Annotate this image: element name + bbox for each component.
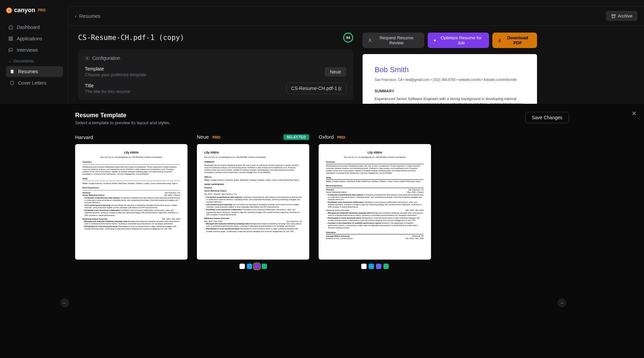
brand-tier: PRO (38, 8, 46, 12)
modal-subtitle: Select a template to preview its layout … (75, 120, 170, 125)
template-oxford[interactable]: Oxford PRO Lily Aldrin New York City, NY… (319, 133, 431, 269)
sample-summary-h: Summary (326, 161, 424, 164)
sample-skills-h: Skills (83, 178, 180, 180)
arrow-left-icon: ← (62, 300, 67, 306)
archive-icon (611, 14, 616, 18)
config-header-label: Configuration (92, 55, 120, 61)
sample-summary: Multifaceted and innovative Marketing An… (83, 166, 180, 176)
archive-button[interactable]: Archive (606, 11, 637, 21)
preview-contact: San Francisco, CA • test@gmail.com • (20… (375, 77, 525, 82)
arrow-right-icon: → (559, 300, 564, 306)
nav-interviews[interactable]: Interviews (5, 45, 63, 55)
swatch-white[interactable] (239, 264, 245, 269)
pro-badge: PRO (337, 135, 345, 139)
title-input[interactable] (286, 83, 346, 94)
template-name: Oxford (319, 134, 334, 140)
sample-skills-h: Skills (326, 177, 424, 180)
sample-edu-h: Education (326, 231, 424, 235)
pro-badge: PRO (212, 135, 220, 139)
button-label: Request Resume Review (374, 35, 419, 45)
archive-label: Archive (618, 13, 632, 18)
configuration-card: Configuration Template Choose your prefe… (78, 49, 353, 100)
modal-title: Resume Template (75, 112, 170, 119)
svg-point-7 (87, 57, 88, 59)
document-icon (9, 80, 15, 86)
nav-dashboard[interactable]: Dashboard (5, 22, 63, 33)
template-name: Harvard (75, 134, 93, 140)
swatch-white[interactable] (361, 264, 367, 269)
template-harvard[interactable]: Harvard Lily Aldrin New York City, NY • … (75, 133, 187, 260)
template-preview-harvard: Lily Aldrin New York City, NY • lily.ald… (75, 144, 187, 260)
title-sublabel: The title for this resume (85, 89, 130, 94)
logo-icon (6, 7, 12, 13)
swatch-green[interactable] (262, 264, 267, 269)
nav-item-label: Interviews (17, 47, 38, 53)
template-label: Template (85, 66, 147, 72)
close-icon[interactable]: ✕ (632, 110, 637, 117)
sample-work-h: Work Experience (83, 187, 180, 189)
preview-name: Bob Smith (375, 64, 525, 75)
sparkle-icon: ✦ (433, 38, 437, 43)
swatch-indigo[interactable] (376, 264, 381, 269)
sample-work-h: WORK EXPERIENCE (204, 183, 302, 186)
sample-tools: Tools: Google Analytics, HootSuite, Buff… (83, 182, 180, 185)
color-swatches-neue (197, 264, 309, 269)
swatch-purple[interactable] (254, 264, 260, 269)
nav-section-label: Documents (13, 59, 34, 63)
template-modal: ✕ Resume Template Select a template to p… (0, 104, 644, 358)
sample-skills-h: SKILLS (204, 176, 302, 179)
sample-contact: New York City, NY • lily.aldrin@gmail.co… (83, 156, 180, 159)
sample-job-dates: Apr, 2022 - Present, San Francisco, CA (204, 193, 302, 195)
button-label: Download PDF (504, 35, 532, 45)
carousel-prev[interactable]: ← (60, 299, 69, 307)
chevron-left-icon: ‹ (75, 13, 76, 19)
sample-work-h: Work Experience (326, 185, 424, 188)
svg-rect-1 (11, 37, 12, 38)
request-review-button[interactable]: Request Resume Review (363, 33, 424, 48)
nav-item-label: Applications (17, 36, 42, 41)
template-neue[interactable]: Neue PRO SELECTED Lily Aldrin New York C… (197, 133, 309, 269)
user-icon (368, 38, 372, 42)
template-selector[interactable]: Neue (325, 67, 346, 77)
sample-summary-h: Summary (83, 161, 180, 164)
svg-rect-5 (11, 81, 13, 85)
nav-applications[interactable]: Applications (5, 33, 63, 44)
nav-cover-letters[interactable]: Cover Letters (6, 78, 63, 88)
sample-tools: Tools: Google Analytics, HootSuite, Buff… (326, 180, 424, 183)
breadcrumb[interactable]: ‹ Resumes (75, 13, 100, 19)
swatch-blue[interactable] (369, 264, 374, 269)
svg-point-8 (369, 39, 371, 40)
config-header: Configuration (85, 55, 346, 61)
topbar: ‹ Resumes Archive (68, 6, 644, 26)
optimize-button[interactable]: ✦ Optimize Resume for Job (428, 33, 489, 48)
brand-logo: canyon PRO (5, 7, 63, 14)
gear-icon (85, 56, 90, 60)
download-pdf-button[interactable]: Download PDF (492, 33, 537, 48)
nav-resumes[interactable]: Resumes (6, 66, 63, 77)
sample-contact: New York City, NY • lily.aldrin@gmail.co… (204, 156, 302, 159)
swatch-green[interactable] (383, 264, 389, 269)
svg-rect-3 (11, 39, 12, 40)
template-preview-neue: Lily Aldrin New York City, NY • lily.ald… (197, 144, 309, 260)
breadcrumb-label: Resumes (79, 13, 100, 19)
swatch-blue[interactable] (247, 264, 252, 269)
nav-section-documents[interactable]: ⌄ Documents (5, 56, 63, 66)
download-icon (498, 38, 502, 42)
sample-contact: New York City, NY • lily.aldrin@gmail.co… (326, 156, 424, 159)
sample-name: Lily Aldrin (326, 151, 424, 155)
nav-item-label: Resumes (18, 69, 38, 74)
preview-summary-heading: SUMMARY (375, 88, 525, 94)
carousel-next[interactable]: → (557, 299, 566, 307)
nav-item-label: Dashboard (17, 25, 40, 30)
home-icon (8, 25, 13, 30)
document-title: CS-Resume-CH.pdf-1 (copy) (78, 34, 184, 42)
svg-rect-0 (9, 37, 10, 38)
sample-summary: Multifaceted and innovative Marketing An… (204, 164, 302, 174)
sample-summary: Multifaceted and innovative Marketing An… (326, 165, 424, 175)
template-preview-oxford: Lily Aldrin New York City, NY • lily.ald… (319, 144, 431, 260)
save-changes-button[interactable]: Save Changes (525, 112, 569, 123)
template-sublabel: Choose your preferred template (85, 72, 147, 77)
score-badge: 84 (343, 33, 353, 43)
svg-rect-6 (611, 14, 615, 15)
sample-name: Lily Aldrin (83, 151, 180, 155)
